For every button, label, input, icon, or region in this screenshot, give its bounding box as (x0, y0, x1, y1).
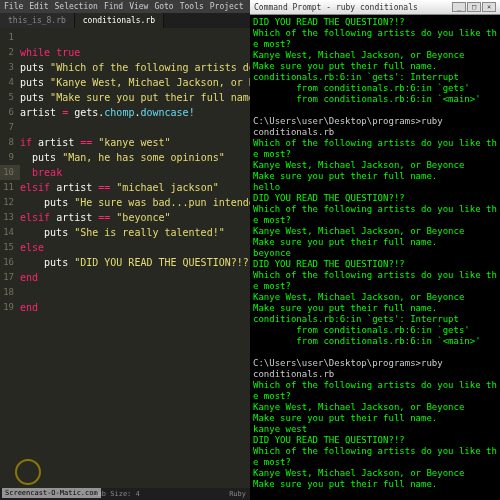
code-text[interactable]: puts "Man, he has some opinions" (20, 150, 225, 165)
menu-goto[interactable]: Goto (154, 2, 173, 11)
terminal-line: from conditionals.rb:6:in `<main>' (253, 336, 497, 347)
terminal-line: C:\Users\user\Desktop\programs>ruby cond… (253, 116, 497, 138)
code-text[interactable]: puts "She is really talented!" (20, 225, 225, 240)
code-line[interactable]: 13elsif artist == "beyonce" (0, 210, 250, 225)
line-number: 10 (0, 165, 20, 180)
terminal-line: Which of the following artists do you li… (253, 446, 497, 468)
code-line[interactable]: 11elsif artist == "michael jackson" (0, 180, 250, 195)
code-line[interactable]: 10 break (0, 165, 250, 180)
menu-bar: FileEditSelectionFindViewGotoToolsProjec… (0, 0, 250, 13)
code-line[interactable]: 14 puts "She is really talented!" (0, 225, 250, 240)
menu-find[interactable]: Find (104, 2, 123, 11)
menu-project[interactable]: Project (210, 2, 244, 11)
code-text[interactable]: elsif artist == "beyonce" (20, 210, 171, 225)
menu-view[interactable]: View (129, 2, 148, 11)
code-text[interactable]: end (20, 300, 38, 315)
code-line[interactable]: 4puts "Kanye West, Michael Jackson, or B… (0, 75, 250, 90)
minimize-button[interactable]: _ (452, 2, 466, 12)
code-line[interactable]: 3puts "Which of the following artists do… (0, 60, 250, 75)
code-text[interactable]: puts "Which of the following artists do … (20, 60, 250, 75)
code-line[interactable]: 6artist = gets.chomp.downcase! (0, 105, 250, 120)
terminal-line: Make sure you put their full name. (253, 61, 497, 72)
terminal-line: Make sure you put their full name. (253, 303, 497, 314)
code-line[interactable]: 17end (0, 270, 250, 285)
terminal-window: Command Prompt - ruby conditionals _ □ ×… (250, 0, 500, 500)
menu-file[interactable]: File (4, 2, 23, 11)
code-line[interactable]: 1 (0, 30, 250, 45)
code-line[interactable]: 8if artist == "kanye west" (0, 135, 250, 150)
code-text[interactable]: break (20, 165, 62, 180)
tab[interactable]: conditionals.rb (75, 13, 164, 28)
terminal-line: from conditionals.rb:6:in `<main>' (253, 94, 497, 105)
cursor-highlight-icon (15, 459, 41, 485)
terminal-line: from conditionals.rb:6:in `gets' (253, 325, 497, 336)
terminal-line: DID YOU READ THE QUESTION?!? (253, 17, 497, 28)
terminal-line: hello (253, 182, 497, 193)
code-area[interactable]: 1 2while true3puts "Which of the followi… (0, 28, 250, 488)
line-number: 19 (0, 300, 20, 315)
terminal-line: Make sure you put their full name. (253, 237, 497, 248)
close-button[interactable]: × (482, 2, 496, 12)
line-number: 15 (0, 240, 20, 255)
terminal-line: kanye west (253, 424, 497, 435)
code-text[interactable] (20, 120, 26, 135)
terminal-line: Kanye West, Michael Jackson, or Beyonce (253, 50, 497, 61)
code-text[interactable]: puts "Kanye West, Michael Jackson, or Be… (20, 75, 250, 90)
maximize-button[interactable]: □ (467, 2, 481, 12)
code-line[interactable]: 9 puts "Man, he has some opinions" (0, 150, 250, 165)
terminal-line: Which of the following artists do you li… (253, 138, 497, 160)
code-line[interactable]: 18 (0, 285, 250, 300)
menu-tools[interactable]: Tools (180, 2, 204, 11)
terminal-line: Kanye West, Michael Jackson, or Beyonce (253, 292, 497, 303)
line-number: 9 (0, 150, 20, 165)
terminal-line: Kanye West, Michael Jackson, or Beyonce (253, 468, 497, 479)
line-number: 16 (0, 255, 20, 270)
code-text[interactable]: else (20, 240, 44, 255)
terminal-line: Kanye West, Michael Jackson, or Beyonce (253, 402, 497, 413)
terminal-line: C:\Users\user\Desktop\programs>ruby cond… (253, 358, 497, 380)
terminal-line: Kanye West, Michael Jackson, or Beyonce (253, 160, 497, 171)
status-right: Ruby (229, 490, 246, 498)
code-line[interactable]: 2while true (0, 45, 250, 60)
code-text[interactable] (20, 285, 26, 300)
terminal-line: beyonce (253, 248, 497, 259)
terminal-line: DID YOU READ THE QUESTION?!? (253, 193, 497, 204)
code-editor: FileEditSelectionFindViewGotoToolsProjec… (0, 0, 250, 500)
terminal-line: Kanye West, Michael Jackson, or Beyonce (253, 226, 497, 237)
terminal-line: Make sure you put their full name. (253, 413, 497, 424)
code-line[interactable]: 7 (0, 120, 250, 135)
terminal-line: Which of the following artists do you li… (253, 380, 497, 402)
tab[interactable]: this_is_8.rb (0, 13, 75, 28)
code-text[interactable]: while true (20, 45, 80, 60)
line-number: 13 (0, 210, 20, 225)
code-text[interactable] (20, 30, 26, 45)
line-number: 3 (0, 60, 20, 75)
terminal-line: from conditionals.rb:6:in `gets' (253, 83, 497, 94)
line-number: 1 (0, 30, 20, 45)
line-number: 11 (0, 180, 20, 195)
code-text[interactable]: puts "DID YOU READ THE QUESTION?!?" (20, 255, 250, 270)
code-line[interactable]: 16 puts "DID YOU READ THE QUESTION?!?" (0, 255, 250, 270)
code-line[interactable]: 12 puts "He sure was bad...pun intended. (0, 195, 250, 210)
code-line[interactable]: 5puts "Make sure you put their full name… (0, 90, 250, 105)
line-number: 17 (0, 270, 20, 285)
menu-edit[interactable]: Edit (29, 2, 48, 11)
code-text[interactable]: end (20, 270, 38, 285)
terminal-body[interactable]: DID YOU READ THE QUESTION?!?Which of the… (250, 15, 500, 500)
code-text[interactable]: if artist == "kanye west" (20, 135, 171, 150)
window-buttons: _ □ × (452, 2, 496, 12)
code-text[interactable]: artist = gets.chomp.downcase! (20, 105, 195, 120)
code-text[interactable]: elsif artist == "michael jackson" (20, 180, 219, 195)
line-number: 8 (0, 135, 20, 150)
terminal-line: DID YOU READ THE QUESTION?!? (253, 259, 497, 270)
menu-selection[interactable]: Selection (55, 2, 98, 11)
code-text[interactable]: puts "He sure was bad...pun intended. (20, 195, 250, 210)
line-number: 6 (0, 105, 20, 120)
code-line[interactable]: 15else (0, 240, 250, 255)
line-number: 18 (0, 285, 20, 300)
code-line[interactable]: 19end (0, 300, 250, 315)
terminal-title: Command Prompt - ruby conditionals (254, 3, 418, 12)
terminal-line (253, 105, 497, 116)
code-text[interactable]: puts "Make sure you put their full name.… (20, 90, 250, 105)
terminal-line: conditionals.rb:6:in `gets': Interrupt (253, 314, 497, 325)
